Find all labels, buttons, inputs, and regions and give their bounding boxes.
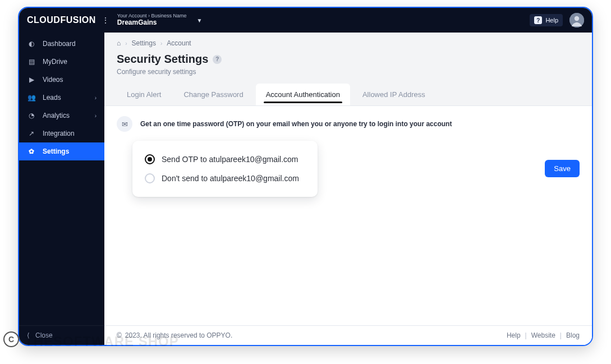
chevron-down-icon[interactable]: ▼ bbox=[197, 17, 203, 24]
sidebar-item-mydrive[interactable]: ▤ MyDrive bbox=[19, 53, 104, 71]
nav-list: ◐ Dashboard ▤ MyDrive ▶ Videos 👥 Leads › bbox=[19, 33, 104, 325]
sidebar-item-videos[interactable]: ▶ Videos bbox=[19, 71, 104, 89]
radio-icon bbox=[145, 154, 155, 164]
video-icon: ▶ bbox=[27, 76, 36, 84]
sidebar-item-integration[interactable]: ↗ Integration bbox=[19, 125, 104, 142]
panel-description: Get an one time password (OTP) on your e… bbox=[140, 120, 452, 128]
footer-copyright: 2023. All rights reserved to OPPYO. bbox=[125, 331, 232, 339]
chevron-right-icon: › bbox=[95, 95, 97, 101]
footer-link-help[interactable]: Help bbox=[507, 331, 521, 339]
svg-point-1 bbox=[575, 16, 579, 21]
info-icon[interactable]: ? bbox=[213, 55, 222, 64]
analytics-icon: ◔ bbox=[27, 112, 36, 119]
drive-icon: ▤ bbox=[27, 58, 36, 66]
more-menu-icon[interactable]: ⋮ bbox=[102, 16, 109, 25]
sidebar-item-settings[interactable]: ✿ Settings bbox=[19, 142, 104, 160]
sidebar-item-leads[interactable]: 👥 Leads › bbox=[19, 89, 104, 107]
tab-allowed-ip[interactable]: Allowed IP Address bbox=[352, 84, 435, 105]
question-icon: ? bbox=[534, 16, 542, 24]
radio-icon bbox=[145, 173, 155, 183]
copyright-watermark-icon: C bbox=[3, 331, 19, 347]
account-name: DreamGains bbox=[117, 19, 187, 26]
chevron-right-icon: › bbox=[95, 113, 97, 119]
radio-label: Don't send to atulpareek10@gmail.com bbox=[162, 174, 299, 183]
sidebar-item-label: Integration bbox=[43, 130, 75, 137]
help-button[interactable]: ? Help bbox=[530, 14, 563, 26]
tab-account-authentication[interactable]: Account Authentication bbox=[256, 84, 350, 105]
otp-options-card: Send OTP to atulpareek10@gmail.com Don't… bbox=[132, 141, 318, 197]
sidebar-close[interactable]: ⟨ Close bbox=[19, 325, 104, 345]
brand-logo: CLOUDFUSION bbox=[27, 15, 96, 25]
radio-label: Send OTP to atulpareek10@gmail.com bbox=[162, 155, 298, 164]
sidebar-item-label: Videos bbox=[43, 76, 63, 84]
sidebar-item-analytics[interactable]: ◔ Analytics › bbox=[19, 107, 104, 125]
otp-dont-send-option[interactable]: Don't send to atulpareek10@gmail.com bbox=[143, 169, 307, 188]
footer-link-website[interactable]: Website bbox=[531, 331, 555, 339]
copyright-icon: © bbox=[117, 331, 122, 339]
tab-bar: Login Alert Change Password Account Auth… bbox=[104, 84, 592, 106]
chevron-right-icon: › bbox=[125, 40, 127, 47]
sidebar-item-label: Leads bbox=[43, 94, 61, 102]
avatar[interactable] bbox=[569, 13, 584, 27]
sidebar-close-label: Close bbox=[35, 331, 53, 339]
mail-icon: ✉ bbox=[117, 116, 132, 132]
otp-send-option[interactable]: Send OTP to atulpareek10@gmail.com bbox=[143, 150, 307, 169]
breadcrumb: ⌂ › Settings › Account bbox=[104, 33, 592, 47]
tab-login-alert[interactable]: Login Alert bbox=[117, 84, 171, 105]
page-title-text: Security Settings bbox=[117, 53, 208, 66]
home-icon[interactable]: ⌂ bbox=[117, 39, 121, 47]
page-subtitle: Configure security settings bbox=[117, 68, 580, 76]
breadcrumb-item[interactable]: Settings bbox=[132, 39, 156, 47]
footer: © 2023. All rights reserved to OPPYO. He… bbox=[104, 325, 592, 345]
close-icon: ⟨ bbox=[27, 331, 30, 339]
page-title: Security Settings ? bbox=[117, 53, 580, 66]
chevron-right-icon: › bbox=[160, 40, 162, 47]
breadcrumb-item[interactable]: Account bbox=[167, 39, 191, 47]
gauge-icon: ◐ bbox=[27, 40, 36, 48]
gear-icon: ✿ bbox=[27, 148, 36, 155]
sidebar-item-label: Analytics bbox=[43, 112, 70, 119]
tab-change-password[interactable]: Change Password bbox=[173, 84, 253, 105]
account-switcher[interactable]: Your Account › Business Name DreamGains bbox=[117, 13, 187, 26]
sidebar-item-label: Dashboard bbox=[43, 40, 76, 48]
sidebar-item-dashboard[interactable]: ◐ Dashboard bbox=[19, 35, 104, 53]
footer-link-blog[interactable]: Blog bbox=[566, 331, 580, 339]
main-content: ⌂ › Settings › Account Security Settings… bbox=[104, 33, 592, 345]
sidebar-item-label: Settings bbox=[43, 148, 69, 155]
top-bar: CLOUDFUSION ⋮ Your Account › Business Na… bbox=[19, 8, 592, 33]
rocket-icon: ↗ bbox=[27, 130, 36, 137]
sidebar: ◐ Dashboard ▤ MyDrive ▶ Videos 👥 Leads › bbox=[19, 33, 104, 345]
tab-panel: ✉ Get an one time password (OTP) on your… bbox=[104, 106, 592, 325]
app-window: CLOUDFUSION ⋮ Your Account › Business Na… bbox=[18, 7, 593, 346]
users-icon: 👥 bbox=[27, 94, 36, 102]
sidebar-item-label: MyDrive bbox=[43, 58, 67, 66]
help-label: Help bbox=[545, 17, 558, 24]
save-button[interactable]: Save bbox=[545, 160, 580, 177]
